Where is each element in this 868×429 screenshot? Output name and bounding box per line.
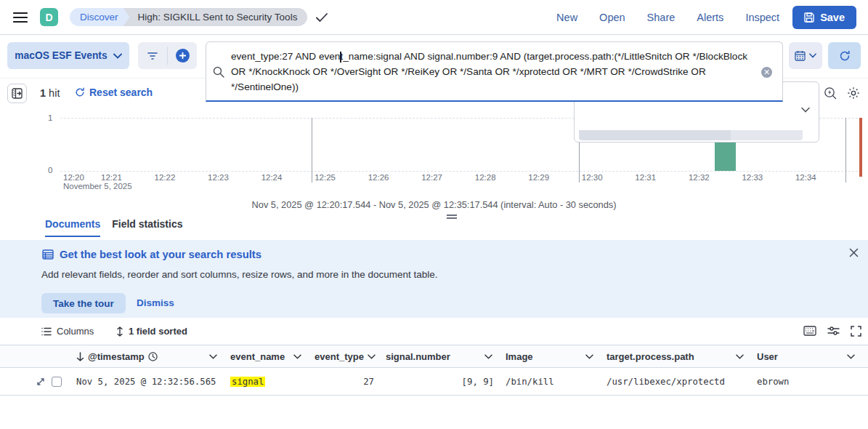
header-controls-cell [36,345,76,367]
query-input[interactable]: event_type:27 AND event_name:signal AND … [206,41,783,102]
reset-search-button[interactable]: Reset search [75,87,153,98]
edit-visualization-icon[interactable] [824,87,837,100]
cell-targetprocesspath: /usr/libexec/xprotectd [607,368,757,395]
column-header-signalnumber[interactable]: signal.number [386,345,506,367]
hit-count: 1 hit [40,87,60,99]
x-axis-tick: 12:26 [368,173,389,182]
grid-toolbar: Columns 1 field sorted [0,318,868,345]
save-button[interactable]: Save [792,6,856,29]
sort-fields-button[interactable]: 1 field sorted [116,326,187,337]
column-header-User[interactable]: User [757,345,868,367]
columns-label: Columns [57,326,94,337]
x-axis-tick: 12:34 [795,173,816,182]
collapse-sidebar-button[interactable] [7,84,27,103]
close-icon[interactable] [849,248,859,257]
x-axis-tick: 12:33 [742,173,763,182]
sort-desc-icon [76,352,84,361]
header-menu-inspect[interactable]: Inspect [745,12,779,23]
chevron-down-icon[interactable] [293,354,301,359]
cell-Image: /bin/kill [506,368,607,395]
table-icon [42,249,54,260]
search-icon [213,66,224,78]
row-checkbox[interactable] [52,377,62,387]
column-label: target.process.path [607,351,694,362]
column-header-Image[interactable]: Image [506,345,607,367]
query-text[interactable]: event_type:27 AND event_name:signal AND … [231,49,751,95]
chevron-down-icon[interactable] [585,354,593,359]
x-axis-tick: 12:24 [261,173,283,182]
breadcrumb: Discover High: SIGKILL Sent to Security … [70,8,307,26]
gear-icon[interactable] [847,87,860,100]
chevron-down-icon[interactable] [736,354,744,359]
columns-button[interactable]: Columns [41,326,94,337]
tab-documents[interactable]: Documents [45,218,100,237]
take-the-tour-button[interactable]: Take the tour [41,293,126,313]
gridline [845,118,846,183]
data-view-label: macOS ESF Events [15,50,107,61]
current-time-marker [859,118,862,177]
chevron-down-icon[interactable] [847,354,855,359]
reset-search-label: Reset search [89,87,153,98]
x-axis-tick: 12:28 [475,173,496,182]
x-axis-tick: 12:30 [582,173,603,182]
clear-query-icon[interactable]: ✕ [761,67,772,78]
dismiss-button[interactable]: Dismiss [137,297,174,308]
save-label: Save [820,12,845,23]
filter-controls [138,42,197,69]
table-header-row: @timestampevent_nameevent_typesignal.num… [0,345,868,368]
column-label: Image [506,351,533,362]
data-view-picker[interactable]: macOS ESF Events [7,42,129,69]
menu-icon[interactable] [11,8,30,27]
fullscreen-icon[interactable] [851,326,861,337]
expand-document-icon[interactable] [36,377,45,386]
callout-body: Add relevant fields, reorder and sort co… [41,269,438,280]
chevron-down-icon[interactable] [209,354,217,359]
column-header-event_type[interactable]: event_type [315,345,386,367]
filter-icon[interactable] [138,42,167,69]
text-cursor [340,52,341,63]
breadcrumb-discover[interactable]: Discover [70,8,130,26]
cell-User: ebrown [757,368,868,395]
cell-event_type: 27 [315,368,386,395]
results-tabs: DocumentsField statistics [45,218,183,237]
breadcrumb-page-title: High: SIGKILL Sent to Security Tools [123,8,308,26]
x-axis-tick: 12:29 [528,173,549,182]
column-label: event_name [230,351,285,362]
header-menu: NewOpenShareAlertsInspect [556,12,779,23]
clock-icon [148,352,158,361]
x-axis-tick: 12:20 [63,173,84,182]
cell-timestamp: Nov 5, 2025 @ 12:32:56.565 [76,368,230,395]
discover-app: D Discover High: SIGKILL Sent to Securit… [0,0,868,429]
header-menu-open[interactable]: Open [599,12,625,23]
chevron-down-icon[interactable] [801,107,810,113]
column-label: @timestamp [88,351,145,362]
gridline [312,118,312,183]
breakdown-selected-value [579,130,803,140]
app-logo[interactable]: D [40,8,58,26]
display-options-icon[interactable] [827,326,840,336]
hit-count-label: hit [49,87,60,99]
column-header-targetprocesspath[interactable]: target.process.path [607,345,757,367]
chevron-down-icon[interactable] [484,354,492,359]
x-axis-tick: 12:22 [155,173,176,182]
x-axis-tick: 12:25 [315,173,336,182]
header-menu-new[interactable]: New [556,12,577,23]
date-picker-button[interactable] [789,42,822,69]
column-header-timestamp[interactable]: @timestamp [76,345,230,367]
cell-signalnumber: [9, 9] [386,368,506,395]
row-controls-cell [36,368,76,395]
tour-callout: Get the best look at your search results… [0,240,868,318]
chevron-down-icon[interactable] [368,354,376,359]
column-header-event_name[interactable]: event_name [230,345,315,367]
tab-field-statistics[interactable]: Field statistics [112,218,182,237]
resize-handle[interactable] [447,213,457,219]
header-menu-share[interactable]: Share [647,12,676,23]
y-axis-tick: 1 [48,113,52,122]
add-filter-button[interactable] [168,42,197,69]
x-axis-date-label: November 5, 2025 [63,182,132,191]
gridline [60,171,861,172]
refresh-query-button[interactable] [828,42,861,69]
header-menu-alerts[interactable]: Alerts [697,12,723,23]
keyboard-shortcuts-icon[interactable] [803,326,816,336]
column-label: signal.number [386,351,450,362]
